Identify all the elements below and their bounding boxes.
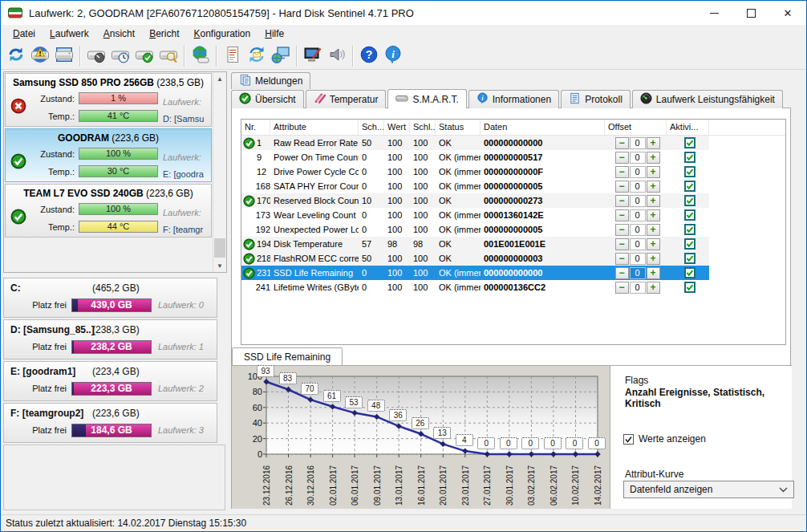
tab-s-m-a-r-t-[interactable]: S.M.A.R.T. [387, 89, 466, 108]
smart-row-12[interactable]: 12Drive Power Cycle Count0100100OK (imme… [241, 164, 709, 179]
column-header-8[interactable]: Aktivi... [667, 120, 709, 135]
offset-increase-button[interactable]: + [647, 195, 660, 207]
scroll-thumb[interactable] [214, 238, 225, 258]
column-header-2[interactable]: Sch... [359, 120, 384, 135]
disk-clock-button[interactable] [108, 45, 132, 67]
offset-decrease-button[interactable]: − [615, 282, 629, 294]
tab-laufwerk-leistungsfähigkeit[interactable]: Laufwerk Leistungsfähigkeit [632, 90, 783, 108]
show-values-checkbox[interactable] [623, 434, 634, 445]
tab-protokoll[interactable]: Protokoll [561, 90, 631, 108]
offset-increase-button[interactable]: + [647, 181, 660, 193]
smart-row-192[interactable]: 192Unexpected Power Loss...0100100OK (im… [241, 222, 709, 237]
smart-row-1[interactable]: 1Raw Read Error Rate50100100OK0000000000… [241, 136, 709, 150]
menu-item-konfiguration[interactable]: Konfiguration [186, 26, 258, 41]
column-header-5[interactable]: Status [436, 120, 481, 135]
offset-decrease-button[interactable]: − [615, 166, 629, 178]
offset-decrease-button[interactable]: − [615, 224, 629, 236]
partition-item-c[interactable]: C:(465,2 GB)Platz frei439,0 GBLaufwerk: … [3, 278, 217, 318]
tab-ssd-life-remaining[interactable]: SSD Life Remaining [232, 347, 343, 365]
offset-increase-button[interactable]: + [647, 224, 660, 236]
column-header-4[interactable]: Schl... [410, 120, 436, 135]
smart-row-9[interactable]: 9Power On Time Count0100100OK (immer ...… [241, 150, 709, 164]
disk-check-button[interactable] [132, 45, 156, 67]
offset-increase-button[interactable]: + [647, 253, 660, 265]
computer-pen-button[interactable] [301, 45, 325, 67]
column-header-6[interactable]: Daten [481, 120, 605, 135]
enabled-checkbox[interactable] [684, 253, 695, 264]
disk-list-scrollbar[interactable]: ▲ ▼ [213, 72, 226, 272]
tab-meldungen[interactable]: Meldungen [231, 72, 310, 89]
disk-gauge-button[interactable] [84, 45, 108, 67]
disk-item-2[interactable]: TEAM L7 EVO SSD 240GB (223,6 GB)Zustand:… [5, 184, 212, 238]
smart-row-241[interactable]: 241Lifetime Writes (GBytes)0100100OK (im… [241, 280, 709, 294]
partition-item-d[interactable]: D: [Samsung_85..](238,3 GB)Platz frei238… [3, 319, 217, 359]
offset-increase-button[interactable]: + [647, 152, 660, 164]
smart-row-173[interactable]: 173Wear Leveling Count (t...0100100OK (i… [241, 208, 709, 222]
tab-informationen[interactable]: iInformationen [468, 90, 559, 108]
offset-increase-button[interactable]: + [647, 238, 660, 250]
offset-decrease-button[interactable]: − [615, 195, 629, 207]
attribute-curve-dropdown[interactable]: Datenfeld anzeigen [623, 481, 794, 498]
report-button[interactable] [221, 45, 245, 67]
tab-temperatur[interactable]: Temperatur [306, 90, 387, 108]
disk-warning-button[interactable] [28, 45, 52, 67]
network-globe-button[interactable] [269, 45, 293, 67]
enabled-checkbox[interactable] [684, 181, 695, 192]
enabled-checkbox[interactable] [684, 238, 695, 250]
help-button[interactable]: ? [357, 45, 381, 67]
menu-item-datei[interactable]: Datei [6, 26, 43, 41]
smart-row-168[interactable]: 168SATA PHY Error Count0100100OK (immer … [241, 179, 709, 193]
column-header-1[interactable]: Attribute [270, 120, 359, 135]
offset-increase-button[interactable]: + [647, 166, 660, 178]
speaker-button[interactable] [325, 45, 349, 67]
x-axis-date-label: 03.02.2017 [527, 465, 536, 506]
menu-item-ansicht[interactable]: Ansicht [96, 26, 142, 41]
close-button[interactable]: ✕ [769, 1, 806, 25]
partition-item-f[interactable]: F: [teamgroup2](223,6 GB)Platz frei184,6… [3, 403, 217, 443]
enabled-checkbox[interactable] [684, 152, 695, 163]
offset-decrease-button[interactable]: − [615, 137, 629, 149]
disk-search-button[interactable] [156, 45, 180, 67]
tab-übersicht[interactable]: Übersicht [231, 90, 304, 108]
column-header-7[interactable]: Offset [605, 120, 667, 135]
enabled-checkbox[interactable] [684, 282, 695, 293]
offset-increase-button[interactable]: + [647, 137, 660, 149]
scroll-up-icon[interactable]: ▲ [213, 72, 226, 85]
offset-increase-button[interactable]: + [647, 209, 660, 221]
offset-decrease-button[interactable]: − [615, 152, 629, 164]
column-header-3[interactable]: Wert [384, 120, 410, 135]
info-button[interactable]: i [381, 45, 405, 67]
disk-screen-button[interactable] [52, 45, 76, 67]
refresh-button[interactable] [4, 45, 28, 67]
attribute-name: Raw Read Error Rate [270, 136, 359, 150]
offset-decrease-button[interactable]: − [615, 253, 629, 265]
sync-mail-button[interactable] [245, 45, 269, 67]
globe-disk-button[interactable] [189, 45, 213, 67]
smart-row-218[interactable]: 218FlashROM ECC correcti...50100100OK000… [241, 251, 709, 266]
disk-item-1[interactable]: GOODRAM (223,6 GB)Zustand:100 %Temp.:30 … [5, 128, 212, 182]
partition-item-e[interactable]: E: [goodram1](223,4 GB)Platz frei223,3 G… [3, 361, 217, 401]
smart-row-170[interactable]: 170Reserved Block Count10100100OK0000000… [241, 193, 709, 208]
offset-decrease-button[interactable]: − [615, 238, 629, 250]
disk-item-0[interactable]: Samsung SSD 850 PRO 256GB (238,5 GB)Zust… [5, 73, 212, 127]
enabled-checkbox[interactable] [684, 209, 695, 221]
smart-row-194[interactable]: 194Disk Temperature579898OK001E001E001E−… [241, 237, 709, 251]
smart-row-231[interactable]: 231SSD Life Remaining0100100OK (immer ..… [241, 266, 709, 280]
scroll-down-icon[interactable]: ▼ [213, 259, 226, 272]
column-header-0[interactable]: Nr. [241, 120, 270, 135]
enabled-checkbox[interactable] [684, 166, 695, 177]
menu-item-hilfe[interactable]: Hilfe [258, 26, 291, 41]
menu-item-laufwerk[interactable]: Laufwerk [43, 26, 96, 41]
maximize-button[interactable] [732, 1, 769, 25]
enabled-checkbox[interactable] [684, 224, 695, 235]
offset-decrease-button[interactable]: − [615, 209, 629, 221]
minimize-button[interactable] [695, 1, 732, 25]
offset-increase-button[interactable]: + [647, 282, 660, 294]
offset-increase-button[interactable]: + [647, 267, 660, 279]
enabled-checkbox[interactable] [684, 137, 695, 148]
menu-item-bericht[interactable]: Bericht [142, 26, 186, 41]
enabled-checkbox[interactable] [684, 267, 695, 278]
offset-decrease-button[interactable]: − [615, 181, 629, 193]
enabled-checkbox[interactable] [684, 195, 695, 206]
offset-decrease-button[interactable]: − [615, 267, 629, 279]
